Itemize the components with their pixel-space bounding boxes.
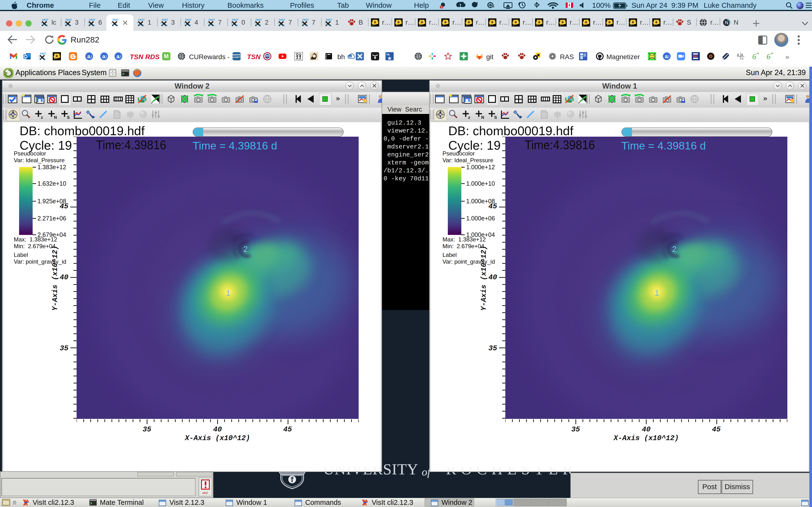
svg-text:S: S — [67, 115, 69, 120]
svg-text:FAST: FAST — [326, 18, 332, 21]
svg-text:FAST: FAST — [209, 18, 215, 21]
svg-text:S: S — [742, 57, 743, 60]
svg-text:a: a — [87, 53, 90, 59]
svg-text:a: a — [116, 53, 120, 59]
svg-text:S: S — [494, 115, 497, 120]
svg-text:FAST: FAST — [302, 18, 309, 21]
svg-text:2: 2 — [672, 244, 676, 253]
svg-text:z: z — [468, 115, 470, 120]
svg-text:1: 1 — [226, 288, 230, 297]
svg-text:A: A — [737, 53, 739, 57]
svg-text:A: A — [741, 53, 743, 57]
svg-text:N: N — [725, 20, 728, 25]
svg-text:N: N — [54, 115, 57, 120]
svg-text:FAST: FAST — [65, 18, 72, 21]
svg-text:FAST: FAST — [185, 18, 191, 21]
svg-text:6: 6 — [767, 52, 770, 60]
svg-text:FAST: FAST — [232, 18, 238, 21]
svg-text:FAST: FAST — [279, 18, 285, 21]
svg-text:a: a — [102, 53, 105, 59]
svg-text:6: 6 — [752, 52, 756, 60]
svg-text:2: 2 — [243, 244, 248, 253]
svg-text:FAST: FAST — [40, 52, 46, 55]
svg-text:FAST: FAST — [42, 18, 48, 21]
svg-text:3: 3 — [441, 6, 442, 9]
svg-text:FAST: FAST — [255, 18, 262, 21]
svg-text:!: ! — [476, 2, 477, 6]
svg-text:FAST: FAST — [112, 18, 119, 21]
svg-text:TA: TA — [386, 53, 390, 56]
svg-text:FAST: FAST — [162, 18, 168, 21]
svg-text:FAST: FAST — [89, 18, 95, 21]
svg-text:N: N — [481, 115, 484, 120]
svg-text:z: z — [41, 115, 43, 120]
svg-text:alert: alert — [202, 491, 208, 495]
svg-text:FAST: FAST — [138, 18, 145, 21]
svg-text:a: a — [665, 53, 668, 59]
svg-text:g: g — [349, 55, 351, 58]
svg-text:1: 1 — [655, 288, 659, 297]
